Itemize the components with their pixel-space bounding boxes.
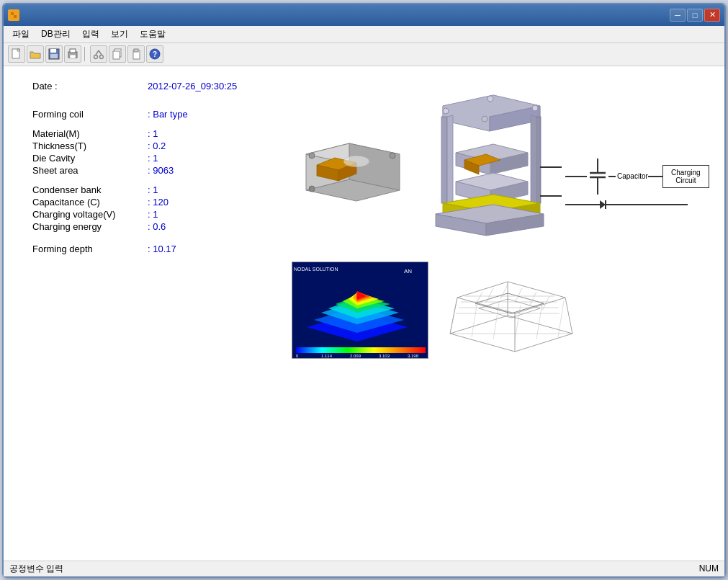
toolbar-copy-btn[interactable] xyxy=(109,45,126,63)
capacitor-label: Capacitor xyxy=(617,172,648,180)
svg-text:?: ? xyxy=(153,50,157,58)
material-row: Material(M) : 1 xyxy=(32,128,277,139)
svg-line-111 xyxy=(558,301,564,337)
minimize-button[interactable]: ─ xyxy=(670,9,686,22)
svg-point-29 xyxy=(343,156,369,167)
status-left: 공정변수 입력 xyxy=(9,563,63,575)
svg-text:2.009: 2.009 xyxy=(350,354,361,358)
svg-marker-66 xyxy=(600,200,606,209)
svg-line-109 xyxy=(515,305,521,341)
forming-depth-value: : 10.17 xyxy=(148,244,176,254)
sheet-area-value: : 9063 xyxy=(148,165,174,176)
svg-marker-40 xyxy=(531,115,536,203)
menu-bar: 파일 DB관리 입력 보기 도움말 xyxy=(4,26,724,43)
condenser-label: Condenser bank xyxy=(32,184,148,195)
svg-rect-17 xyxy=(113,51,120,59)
charging-voltage-row: Charging voltage(V) : 1 xyxy=(32,209,277,220)
thickness-value: : 0.2 xyxy=(148,140,166,151)
svg-rect-2 xyxy=(14,15,17,18)
forming-coil-label: Forming coil xyxy=(32,109,148,120)
machine-image xyxy=(421,88,562,246)
svg-rect-1 xyxy=(11,12,14,15)
forming-coil-row: Forming coil : Bar type xyxy=(32,109,277,120)
svg-text:1.114: 1.114 xyxy=(321,354,333,358)
svg-rect-11 xyxy=(70,55,76,58)
material-value: : 1 xyxy=(148,128,158,139)
sheet-area-label: Sheet area xyxy=(32,165,148,176)
date-row: Date : 2012-07-26_09:30:25 xyxy=(32,81,277,92)
svg-marker-39 xyxy=(447,115,453,203)
left-panel: Date : 2012-07-26_09:30:25 Forming coil … xyxy=(32,81,277,546)
statusbar: 공정변수 입력 NUM xyxy=(4,561,724,576)
toolbar-new-btn[interactable] xyxy=(8,45,25,63)
title-bar-left xyxy=(8,9,19,21)
thickness-label: Thickness(T) xyxy=(32,140,148,151)
toolbar-paste-btn[interactable] xyxy=(127,45,145,63)
app-icon xyxy=(8,9,19,21)
capacitor-symbol xyxy=(587,159,608,195)
svg-line-106 xyxy=(450,298,457,334)
svg-line-96 xyxy=(486,288,493,303)
toolbar-cut-btn[interactable] xyxy=(90,45,107,63)
charging-voltage-value: : 1 xyxy=(148,209,158,220)
menu-help[interactable]: 도움말 xyxy=(134,27,171,42)
svg-text:3.198: 3.198 xyxy=(408,354,419,358)
right-panel: Capacitor Charging Circuit xyxy=(292,81,709,546)
menu-view[interactable]: 보기 xyxy=(105,27,134,42)
menu-input[interactable]: 입력 xyxy=(76,27,105,42)
shape-3d-image xyxy=(443,262,583,359)
svg-point-56 xyxy=(487,96,493,102)
svg-point-13 xyxy=(100,55,104,59)
svg-line-90 xyxy=(565,298,572,334)
capacitance-row: Capacitance (C) : 120 xyxy=(32,197,277,208)
maximize-button[interactable]: □ xyxy=(687,9,703,22)
svg-line-97 xyxy=(500,285,508,299)
svg-line-107 xyxy=(472,301,477,337)
circuit-label: Circuit xyxy=(668,177,704,184)
menu-db[interactable]: DB관리 xyxy=(35,27,76,42)
charging-energy-value: : 0.6 xyxy=(148,221,166,232)
svg-point-30 xyxy=(309,153,315,159)
condenser-row: Condenser bank : 1 xyxy=(32,184,277,195)
window-controls: ─ □ ✕ xyxy=(670,9,720,22)
svg-line-99 xyxy=(529,292,536,306)
die-cavity-value: : 1 xyxy=(148,153,158,164)
charging-voltage-label: Charging voltage(V) xyxy=(32,209,148,220)
svg-marker-88 xyxy=(457,282,565,313)
svg-rect-10 xyxy=(70,49,76,53)
menu-file[interactable]: 파일 xyxy=(6,27,35,42)
condenser-value: : 1 xyxy=(148,184,158,195)
svg-line-14 xyxy=(96,50,99,55)
svg-rect-37 xyxy=(441,117,447,203)
date-value: 2012-07-26_09:30:25 xyxy=(148,81,237,92)
forming-depth-row: Forming depth : 10.17 xyxy=(32,244,277,254)
circuit-diagram: Capacitor Charging Circuit xyxy=(565,122,709,212)
svg-text:AN: AN xyxy=(404,268,412,275)
svg-rect-19 xyxy=(134,49,138,52)
svg-line-15 xyxy=(99,50,102,55)
forming-depth-label: Forming depth xyxy=(32,244,148,254)
svg-point-12 xyxy=(94,55,98,59)
die-cavity-row: Die Cavity : 1 xyxy=(32,153,277,164)
thickness-row: Thickness(T) : 0.2 xyxy=(32,140,277,151)
close-button[interactable]: ✕ xyxy=(704,9,720,22)
toolbar-open-btn[interactable] xyxy=(27,45,44,63)
svg-point-31 xyxy=(390,153,395,159)
die-cavity-label: Die Cavity xyxy=(32,153,148,164)
svg-text:3.103: 3.103 xyxy=(379,354,390,358)
title-bar: ─ □ ✕ xyxy=(4,4,724,26)
simulation-image: AN NODAL SOLUTION xyxy=(292,262,428,359)
toolbar-help-btn[interactable]: ? xyxy=(146,45,163,63)
toolbar-print-btn[interactable] xyxy=(64,45,81,63)
svg-point-55 xyxy=(443,108,449,114)
svg-point-57 xyxy=(532,105,538,111)
capacitance-value: : 120 xyxy=(148,197,168,208)
diode-symbol xyxy=(587,197,616,212)
sheet-area-row: Sheet area : 9063 xyxy=(32,165,277,176)
svg-point-32 xyxy=(309,186,315,192)
date-label: Date : xyxy=(32,81,148,92)
die-image xyxy=(292,111,414,223)
toolbar-save-btn[interactable] xyxy=(45,45,63,63)
svg-rect-3 xyxy=(12,49,19,58)
svg-point-58 xyxy=(482,116,487,122)
